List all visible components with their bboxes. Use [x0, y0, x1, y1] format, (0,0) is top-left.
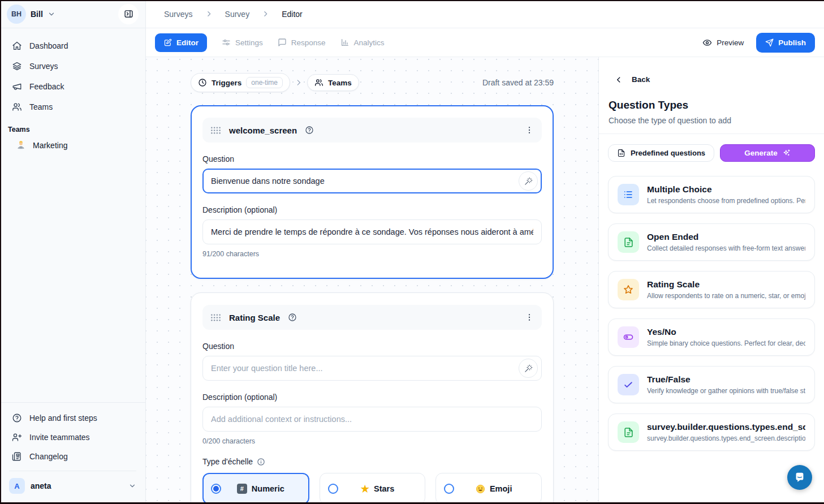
sliders-icon — [222, 38, 231, 47]
type-title: True/False — [647, 374, 805, 385]
team-label: Marketing — [33, 141, 67, 150]
question-title-input[interactable] — [202, 356, 542, 381]
sidebar: BH Bill Dashboard Surveys Feedb — [0, 0, 146, 504]
main-area: Surveys Survey Editor Editor Settings Re… — [146, 0, 824, 504]
toolbar-tabs: Editor Settings Response Analytics — [155, 33, 385, 52]
workspace-switcher[interactable]: BH Bill — [0, 0, 145, 28]
sidebar-item-label: Help and first steps — [29, 413, 97, 423]
sidebar-footer: Help and first steps Invite teammates Ch… — [0, 402, 145, 504]
scale-option-numeric[interactable]: # Numeric — [202, 473, 309, 504]
divider — [599, 133, 824, 134]
sidebar-item-changelog[interactable]: Changelog — [7, 447, 139, 466]
drag-handle-icon[interactable] — [210, 126, 221, 135]
radio-unchecked[interactable] — [328, 484, 338, 494]
breadcrumb-surveys[interactable]: Surveys — [164, 10, 193, 19]
question-description-input[interactable] — [202, 219, 542, 244]
scale-type-options: # Numeric ★ Stars — [202, 473, 542, 504]
file-text-icon — [618, 421, 639, 443]
scale-type-label: Type d'échelle — [202, 457, 542, 466]
back-button[interactable]: Back — [615, 75, 815, 84]
description-label: Description (optional) — [202, 205, 542, 214]
question-label: Question — [202, 154, 542, 163]
chat-bubble-icon — [793, 471, 806, 484]
teams-chip[interactable]: Teams — [307, 74, 359, 91]
scale-option-label: Numeric — [252, 484, 284, 493]
chevron-right-icon — [262, 10, 269, 18]
question-card-welcome-screen[interactable]: welcome_screen Question Description (opt… — [191, 105, 554, 279]
tab-analytics[interactable]: Analytics — [340, 38, 385, 47]
sidebar-item-feedback[interactable]: Feedback — [7, 77, 139, 96]
radio-unchecked[interactable] — [444, 484, 454, 494]
scale-option-emoji[interactable]: Emoji — [435, 473, 542, 504]
user-plus-icon — [11, 432, 23, 442]
type-card-end-screen[interactable]: survey.builder.questions.types.end_scr..… — [608, 413, 815, 451]
question-card-rating-scale[interactable]: Rating Scale Question Description (optio… — [191, 292, 554, 504]
type-description: Allow respondents to rate on a numeric, … — [647, 292, 805, 300]
type-title: Multiple Choice — [647, 184, 805, 195]
type-card-rating-scale[interactable]: Rating Scale Allow respondents to rate o… — [608, 271, 815, 308]
sidebar-item-label: Changelog — [29, 452, 68, 461]
home-icon — [11, 41, 23, 51]
smiley-emoji-icon — [476, 484, 485, 494]
radio-checked[interactable] — [211, 484, 221, 494]
type-card-yes-no[interactable]: Yes/No Simple binary choice questions. P… — [608, 318, 815, 356]
question-card-title: welcome_screen — [229, 126, 297, 135]
preview-button[interactable]: Preview — [702, 38, 744, 48]
numeric-keycap-icon: # — [237, 484, 247, 494]
sidebar-collapse-button[interactable] — [118, 4, 139, 24]
breadcrumb-survey[interactable]: Survey — [225, 10, 250, 19]
wand-icon — [524, 177, 533, 186]
type-description: Simple binary choice questions. Perfect … — [647, 339, 805, 347]
sidebar-item-invite[interactable]: Invite teammates — [7, 428, 139, 447]
file-text-icon — [618, 231, 639, 253]
publish-button[interactable]: Publish — [756, 33, 815, 53]
chevron-down-icon — [128, 482, 136, 490]
char-counter: 0/200 characters — [202, 437, 542, 445]
more-menu-icon[interactable] — [525, 126, 534, 135]
workspace-avatar[interactable]: BH — [7, 5, 26, 24]
type-card-true-false[interactable]: True/False Verify knowledge or gather op… — [608, 366, 815, 403]
question-types-panel: Back Question Types Choose the type of q… — [598, 57, 824, 504]
question-description-input[interactable] — [202, 407, 542, 432]
list-icon — [618, 184, 639, 205]
sidebar-item-team-marketing[interactable]: Marketing — [7, 136, 139, 155]
ai-wand-button[interactable] — [519, 359, 538, 378]
users-icon — [11, 102, 23, 112]
eye-icon — [702, 38, 712, 48]
panel-title: Question Types — [609, 99, 815, 111]
clock-icon — [198, 78, 207, 87]
ai-wand-button[interactable] — [519, 171, 538, 191]
sidebar-item-help[interactable]: Help and first steps — [7, 408, 139, 428]
info-icon[interactable] — [257, 458, 265, 466]
triggers-chip[interactable]: Triggers one-time — [191, 73, 290, 92]
scale-option-stars[interactable]: ★ Stars — [320, 473, 426, 504]
tab-settings[interactable]: Settings — [222, 38, 263, 47]
chat-widget-button[interactable] — [787, 465, 812, 490]
tab-response[interactable]: Response — [278, 38, 326, 47]
tab-label: Settings — [235, 38, 263, 47]
account-menu[interactable]: A aneta — [9, 471, 136, 494]
account-avatar: A — [9, 478, 25, 494]
more-menu-icon[interactable] — [525, 313, 534, 322]
file-code-icon — [617, 149, 625, 157]
generate-button[interactable]: Generate — [720, 144, 815, 162]
type-title: Open Ended — [647, 232, 805, 242]
type-card-multiple-choice[interactable]: Multiple Choice Let respondents choose f… — [608, 176, 815, 213]
question-title-input[interactable] — [202, 169, 542, 193]
help-circle-icon[interactable] — [305, 126, 314, 135]
type-description: Verify knowledge or gather opinions with… — [647, 387, 805, 395]
predefined-questions-button[interactable]: Predefined questions — [608, 144, 714, 162]
panel-collapse-icon — [124, 9, 133, 19]
tab-editor[interactable]: Editor — [155, 33, 207, 52]
sidebar-item-surveys[interactable]: Surveys — [7, 57, 139, 76]
type-description: Let respondents choose from predefined o… — [647, 197, 805, 205]
draft-status: Draft saved at 23:59 — [482, 78, 554, 87]
drag-handle-icon[interactable] — [210, 313, 221, 322]
sidebar-item-dashboard[interactable]: Dashboard — [7, 36, 139, 55]
type-card-open-ended[interactable]: Open Ended Collect detailed responses wi… — [608, 223, 815, 261]
type-description: survey.builder.questions.types.end_scree… — [647, 434, 805, 442]
sidebar-item-teams[interactable]: Teams — [7, 97, 139, 117]
help-circle-icon[interactable] — [288, 313, 297, 322]
generate-label: Generate — [744, 149, 778, 157]
survey-canvas[interactable]: Triggers one-time Teams Draft saved at 2… — [146, 57, 598, 504]
